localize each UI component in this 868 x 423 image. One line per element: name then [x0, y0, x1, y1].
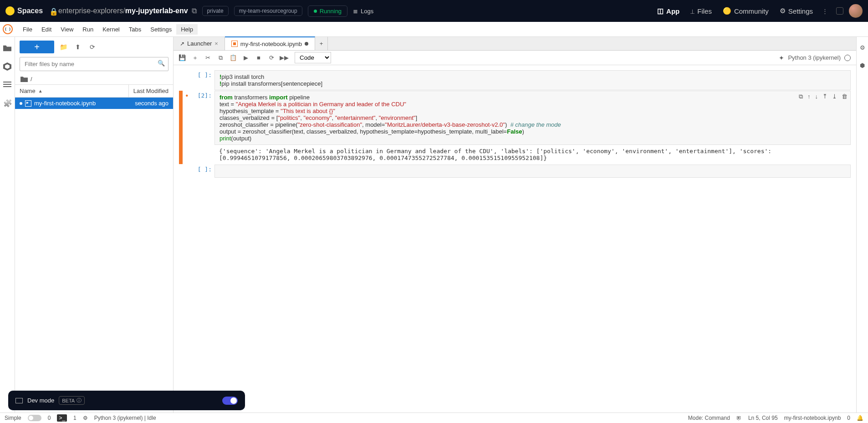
menu-run[interactable]: Run: [78, 24, 98, 35]
debugger-icon[interactable]: ⬢: [860, 62, 865, 69]
simple-toggle[interactable]: [28, 415, 41, 421]
nav-app[interactable]: ◫App: [657, 7, 679, 15]
col-name[interactable]: Name: [20, 88, 36, 94]
logs-button[interactable]: ≣Logs: [353, 8, 373, 15]
save-icon[interactable]: 💾: [176, 52, 188, 64]
code-cell[interactable]: [ ]:: [179, 165, 851, 178]
notebook-tab-icon: [231, 41, 238, 47]
paste-icon[interactable]: 📋: [227, 52, 239, 64]
stop-icon[interactable]: ■: [253, 52, 265, 64]
insert-cell-icon[interactable]: ＋: [189, 52, 201, 64]
info-icon[interactable]: ⓘ: [77, 397, 82, 404]
search-icon: 🔍: [158, 60, 165, 67]
settings-icon[interactable]: ⚙: [83, 415, 88, 421]
runall-icon[interactable]: ▶▶: [278, 52, 290, 64]
nav-community[interactable]: 🟡Community: [723, 7, 769, 15]
breadcrumb: 🔒 enterprise-explorers / my-jupyterlab-e…: [49, 7, 197, 15]
bell-icon[interactable]: 🔔: [857, 415, 863, 421]
jupyter-menubar: File Edit View Run Kernel Tabs Settings …: [0, 22, 868, 37]
link-icon[interactable]: [836, 7, 843, 15]
menu-dots-icon[interactable]: ⋮: [822, 8, 828, 15]
movedown-icon[interactable]: ↓: [815, 93, 818, 100]
running-icon[interactable]: [3, 62, 11, 71]
cell-input[interactable]: [214, 165, 851, 178]
cell-prompt: [2]:: [188, 91, 214, 164]
menu-kernel[interactable]: Kernel: [98, 24, 124, 35]
insertbelow-icon[interactable]: ⤓: [832, 93, 837, 100]
menu-tabs[interactable]: Tabs: [124, 24, 146, 35]
tab-launcher[interactable]: ↗ Launcher ×: [174, 37, 225, 50]
devmode-toggle[interactable]: [222, 397, 238, 405]
property-gear-icon[interactable]: ⚙: [860, 44, 865, 51]
celltype-select[interactable]: Code: [295, 52, 331, 63]
upload-icon[interactable]: ⬆: [72, 41, 83, 52]
visibility-pill[interactable]: private: [202, 6, 229, 16]
new-folder-icon[interactable]: 📁: [58, 41, 69, 52]
status-file: my-first-notebook.ipynb: [784, 415, 841, 421]
col-modified[interactable]: Last Modified: [133, 88, 168, 94]
path-breadcrumb[interactable]: /: [15, 74, 173, 84]
toc-icon[interactable]: [3, 81, 11, 89]
sort-asc-icon[interactable]: ▲: [38, 88, 43, 93]
menu-settings[interactable]: Settings: [146, 24, 176, 35]
restart-icon[interactable]: ⟳: [266, 52, 277, 64]
notebook-file-icon: [25, 100, 31, 107]
tab-notebook[interactable]: my-first-notebook.ipynb: [225, 36, 315, 50]
nav-files[interactable]: ⟂Files: [690, 7, 712, 15]
dirty-dot-icon: [20, 102, 22, 105]
status-running[interactable]: Running: [308, 5, 347, 17]
close-icon[interactable]: ×: [214, 40, 218, 47]
copy-icon[interactable]: ⧉: [192, 7, 197, 15]
new-launcher-button[interactable]: +: [20, 41, 54, 53]
code-cell[interactable]: • [2]: ⧉↑↓⤒⤓🗑from transformers import pi…: [179, 91, 851, 164]
notebook-area: [ ]: !pip3 install torch !pip install tr…: [174, 65, 856, 413]
terminal-count: 1: [73, 415, 77, 421]
spaces-label: Spaces: [17, 7, 43, 15]
menu-help[interactable]: Help: [176, 24, 198, 35]
copy-icon[interactable]: ⧉: [214, 52, 226, 64]
left-iconbar: [0, 37, 15, 413]
spaces-logo[interactable]: Spaces: [5, 6, 43, 15]
logs-icon: ≣: [353, 8, 358, 15]
duplicate-icon[interactable]: ⧉: [799, 93, 803, 100]
org-name[interactable]: enterprise-explorers: [58, 7, 123, 15]
resourcegroup-pill[interactable]: my-team-resourcegroup: [234, 6, 302, 16]
shield-icon[interactable]: ⛨: [736, 415, 742, 421]
menu-edit[interactable]: Edit: [37, 24, 56, 35]
menu-view[interactable]: View: [56, 24, 78, 35]
status-pos: Ln 5, Col 95: [748, 415, 778, 421]
file-row[interactable]: my-first-notebook.ipynb seconds ago: [15, 98, 173, 109]
kernel-status-icon: [844, 55, 851, 61]
cut-icon[interactable]: ✂: [202, 52, 214, 64]
file-search: 🔍: [20, 57, 168, 71]
lock-icon: 🔒: [49, 7, 56, 15]
insertabove-icon[interactable]: ⤒: [822, 93, 827, 100]
community-icon: 🟡: [723, 7, 731, 15]
cell-input[interactable]: !pip3 install torch !pip install transfo…: [214, 70, 851, 90]
nav-settings[interactable]: ⚙Settings: [780, 7, 813, 15]
hf-topbar: Spaces 🔒 enterprise-explorers / my-jupyt…: [0, 0, 868, 22]
refresh-icon[interactable]: ⟳: [87, 41, 98, 52]
terminal-icon: [15, 398, 23, 403]
moveup-icon[interactable]: ↑: [807, 93, 811, 100]
run-icon[interactable]: ▶: [240, 52, 252, 64]
file-modified: seconds ago: [135, 100, 168, 107]
folder-icon[interactable]: [3, 44, 11, 52]
delete-icon[interactable]: 🗑: [842, 93, 848, 100]
cell-input[interactable]: ⧉↑↓⤒⤓🗑from transformers import pipeline …: [214, 91, 851, 145]
nav-app-label: App: [666, 7, 679, 15]
add-tab-button[interactable]: +: [315, 37, 328, 50]
code-cell[interactable]: [ ]: !pip3 install torch !pip install tr…: [179, 70, 851, 90]
terminal-count-icon[interactable]: >_: [57, 414, 67, 422]
space-name[interactable]: my-jupyterlab-env: [125, 7, 188, 15]
kernel-indicator[interactable]: ✦ Python 3 (ipykernel): [779, 54, 853, 62]
file-filter-input[interactable]: [20, 57, 168, 71]
kernel-name: Python 3 (ipykernel): [788, 54, 841, 61]
extensions-icon[interactable]: [3, 99, 11, 107]
avatar[interactable]: [849, 4, 863, 18]
hf-face-icon: [5, 6, 15, 15]
files-icon: ⟂: [690, 7, 694, 15]
jupyter-logo-icon[interactable]: [3, 24, 13, 34]
menu-file[interactable]: File: [18, 24, 37, 35]
status-mode: Mode: Command: [688, 415, 730, 421]
